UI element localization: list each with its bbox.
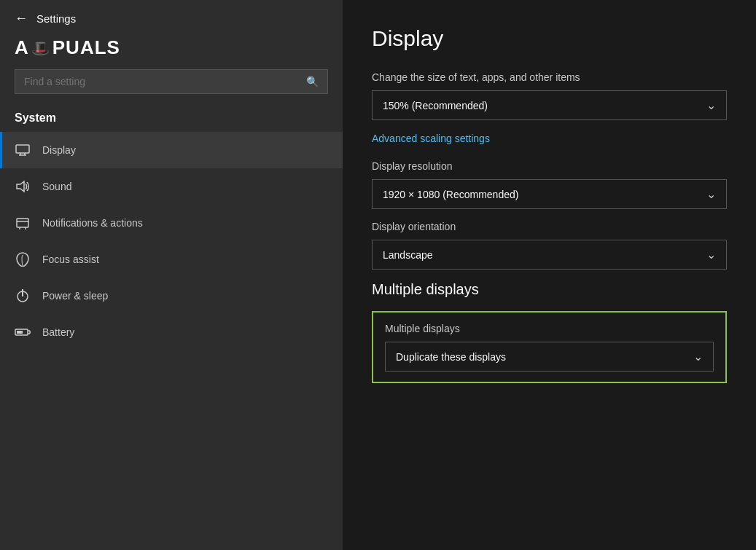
display-icon	[15, 142, 31, 158]
svg-rect-5	[17, 219, 28, 227]
page-title: Display	[372, 26, 727, 51]
battery-icon	[15, 324, 31, 340]
svg-rect-15	[17, 331, 23, 334]
scale-value: 150% (Recommended)	[383, 100, 488, 111]
scale-label: Change the size of text, apps, and other…	[372, 71, 727, 83]
settings-title: Settings	[36, 12, 76, 25]
multiple-displays-value: Duplicate these displays	[396, 351, 506, 363]
resolution-value: 1920 × 1080 (Recommended)	[383, 189, 518, 200]
sidebar-item-battery[interactable]: Battery	[0, 314, 343, 350]
orientation-label: Display orientation	[372, 221, 727, 232]
search-box: 🔍	[15, 69, 328, 94]
main-content: Display Change the size of text, apps, a…	[343, 0, 756, 550]
sidebar-item-display-label: Display	[42, 144, 76, 156]
search-input[interactable]	[24, 76, 300, 87]
scale-dropdown[interactable]: 150% (Recommended) ⌄	[372, 90, 727, 120]
svg-marker-4	[17, 181, 24, 192]
multiple-displays-chevron-icon: ⌄	[693, 350, 703, 364]
focus-icon	[15, 251, 31, 267]
system-section-label: System	[0, 107, 343, 132]
sidebar-item-battery-label: Battery	[42, 326, 74, 338]
sound-icon	[15, 178, 31, 195]
power-icon	[15, 288, 31, 304]
back-button[interactable]: ←	[15, 12, 28, 25]
logo-area: A 🎩 PUALS	[0, 36, 343, 69]
sidebar: ← Settings A 🎩 PUALS 🔍 System Display	[0, 0, 343, 550]
sidebar-item-power[interactable]: Power & sleep	[0, 278, 343, 314]
sidebar-item-focus-label: Focus assist	[42, 254, 99, 265]
multiple-displays-title: Multiple displays	[372, 281, 727, 298]
sidebar-header: ← Settings	[0, 0, 343, 36]
search-icon[interactable]: 🔍	[306, 76, 319, 87]
logo-rest: PUALS	[52, 36, 120, 59]
sidebar-item-focus[interactable]: Focus assist	[0, 241, 343, 278]
multiple-displays-label: Multiple displays	[385, 323, 714, 334]
logo: A 🎩 PUALS	[15, 36, 328, 59]
notifications-icon	[15, 215, 31, 231]
orientation-dropdown[interactable]: Landscape ⌄	[372, 240, 727, 270]
advanced-scaling-link[interactable]: Advanced scaling settings	[372, 133, 490, 144]
resolution-dropdown[interactable]: 1920 × 1080 (Recommended) ⌄	[372, 179, 727, 209]
search-area: 🔍	[0, 69, 343, 107]
scale-chevron-icon: ⌄	[706, 98, 716, 112]
orientation-value: Landscape	[383, 249, 433, 261]
sidebar-item-sound[interactable]: Sound	[0, 168, 343, 205]
sidebar-item-notifications[interactable]: Notifications & actions	[0, 205, 343, 241]
sidebar-item-power-label: Power & sleep	[42, 290, 108, 302]
orientation-chevron-icon: ⌄	[706, 248, 716, 262]
multiple-displays-box: Multiple displays Duplicate these displa…	[372, 311, 727, 383]
sidebar-item-display[interactable]: Display	[0, 132, 343, 168]
resolution-chevron-icon: ⌄	[706, 187, 716, 201]
logo-a: A	[15, 36, 29, 59]
sidebar-item-notifications-label: Notifications & actions	[42, 217, 143, 229]
multiple-displays-dropdown[interactable]: Duplicate these displays ⌄	[385, 342, 714, 372]
logo-icon: 🎩	[31, 39, 50, 57]
sidebar-item-sound-label: Sound	[42, 181, 71, 192]
svg-rect-0	[16, 145, 29, 153]
resolution-label: Display resolution	[372, 160, 727, 172]
